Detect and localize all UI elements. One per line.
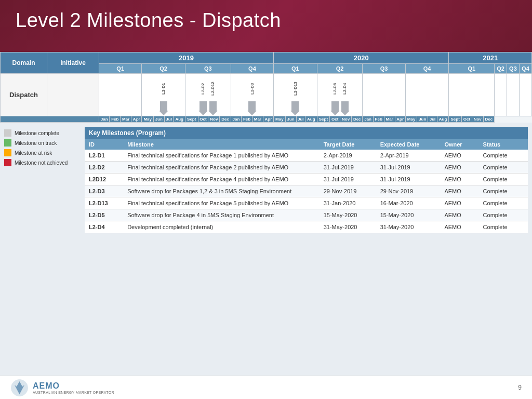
ms-col-expected: Expected Date (376, 139, 441, 150)
ms-row-milestone: Final technical specifications for Packa… (123, 174, 320, 185)
gantt-q4-2021-cell (519, 74, 531, 116)
ms-row-expected: 31-May-2020 (376, 221, 441, 233)
milestone-l2d3-container: L2-D3 (232, 75, 272, 114)
ms-col-status: Status (479, 139, 528, 150)
legend-at-risk-label: Milestone at risk (15, 150, 52, 156)
gantt-q3-2020: Q3 (363, 64, 405, 74)
legend-on-track-label: Milestone on track (15, 140, 57, 146)
milestone-l2d13-label: L2-D13 (293, 77, 298, 100)
ms-row-owner: AEMO (440, 197, 478, 209)
aemo-company-name: AEMO (33, 381, 114, 391)
ms-row-target: 2-Apr-2019 (320, 150, 376, 162)
gantt-q1-2020-cell: L2-D13 (274, 74, 317, 116)
milestone-l2d13: L2-D13 (290, 77, 300, 114)
gantt-q2-2021-cell (495, 74, 507, 116)
page-number: 9 (518, 384, 522, 391)
gantt-q4-2021: Q4 (519, 64, 531, 74)
ms-row-expected: 31-Jul-2019 (376, 174, 441, 185)
page-header: Level 2 Milestones - Dispatch (0, 0, 532, 52)
ms-row-status: Complete (479, 174, 528, 185)
legend-at-risk-icon (4, 149, 11, 156)
milestones-table: Key Milestones (Program) ID Milestone Ta… (85, 127, 528, 233)
ms-col-id: ID (85, 139, 123, 150)
ms-row-id: L2D12 (85, 174, 123, 185)
milestone-l2d13-container: L2-D13 (275, 75, 315, 114)
ms-row-target: 31-May-2020 (320, 221, 376, 233)
ms-row-target: 15-May-2020 (320, 209, 376, 221)
table-row: L2-D4 Development completed (internal) 3… (85, 221, 528, 233)
ms-row-target: 31-Jul-2019 (320, 174, 376, 185)
legend-complete-label: Milestone complete (15, 130, 59, 136)
ms-row-status: Complete (479, 209, 528, 221)
ms-col-owner: Owner (440, 139, 478, 150)
ms-row-expected: 16-Mar-2020 (376, 197, 441, 209)
ms-row-status: Complete (479, 197, 528, 209)
ms-row-target: 29-Nov-2019 (320, 185, 376, 197)
footer: AEMO AUSTRALIAN ENERGY MARKET OPERATOR 9 (0, 376, 532, 399)
gantt-months-row: JanFebMarApr MayJunJulAug SeptOctNovDec … (1, 116, 532, 123)
ms-row-id: L2-D3 (85, 185, 123, 197)
legend-on-track: Milestone on track (4, 139, 79, 147)
table-row: L2-D13 Final technical specifications fo… (85, 197, 528, 209)
ms-row-expected: 2-Apr-2019 (376, 150, 441, 162)
table-row: L2-D3 Software drop for Packages 1,2 & 3… (85, 185, 528, 197)
ms-row-expected: 15-May-2020 (376, 209, 441, 221)
gantt-q4-2020: Q4 (405, 64, 448, 74)
ms-row-status: Complete (479, 150, 528, 162)
ms-col-header-row: ID Milestone Target Date Expected Date O… (85, 139, 528, 150)
milestone-l2d1-label: L2-D1 (161, 77, 166, 100)
ms-section-title: Key Milestones (Program) (85, 127, 528, 139)
table-row: L2-D1 Final technical specifications for… (85, 150, 528, 162)
gantt-q4-2019-cell: L2-D3 (231, 74, 273, 116)
ms-row-id: L2-D4 (85, 221, 123, 233)
gantt-initiative-header: Initiative (47, 52, 99, 74)
table-row: L2D12 Final technical specifications for… (85, 174, 528, 185)
gantt-year-2021: 2021 (449, 52, 532, 64)
gantt-q1-2019: Q1 (99, 64, 142, 74)
legend-complete-icon (4, 129, 11, 137)
table-row: L2-D5 Software drop for Package 4 in 5MS… (85, 209, 528, 221)
ms-row-milestone: Software drop for Packages 1,2 & 3 in 5M… (123, 185, 320, 197)
gantt-q1-2020: Q1 (274, 64, 317, 74)
gantt-q2-2020-cell: L2-D5 L2-D4 (317, 74, 363, 116)
gantt-year-2019: 2019 (99, 52, 274, 64)
gantt-q2-2021: Q2 (495, 64, 507, 74)
ms-row-milestone: Final technical specifications for Packa… (123, 150, 320, 162)
milestone-l2d4-label: L2-D4 (342, 77, 347, 100)
gantt-q2-2019: Q2 (142, 64, 185, 74)
milestone-l2d3: L2-D3 (247, 77, 257, 114)
gantt-q4-2020-cell (405, 74, 448, 116)
gantt-dispatch-row: Dispatch L2-D1 (1, 74, 532, 116)
ms-row-expected: 31-Jul-2019 (376, 162, 441, 174)
legend-at-risk: Milestone at risk (4, 149, 79, 156)
gantt-q3-2019: Q3 (185, 64, 231, 74)
content-area: Milestone complete Milestone on track Mi… (0, 123, 532, 233)
aemo-text-block: AEMO AUSTRALIAN ENERGY MARKET OPERATOR (33, 381, 114, 394)
legend: Milestone complete Milestone on track Mi… (4, 127, 79, 233)
legend-not-achieved-icon (4, 159, 11, 166)
milestone-q3-group: L2-D2 L2-D12 (198, 75, 218, 114)
gantt-domain-cell: Dispatch (1, 74, 47, 116)
legend-on-track-icon (4, 139, 11, 147)
ms-section-header-row: Key Milestones (Program) (85, 127, 528, 139)
aemo-subtext: AUSTRALIAN ENERGY MARKET OPERATOR (33, 391, 114, 394)
gantt-initiative-cell (47, 74, 99, 116)
gantt-q1-2019-cell (99, 74, 142, 116)
milestones-table-container: Key Milestones (Program) ID Milestone Ta… (85, 127, 528, 233)
gantt-table: Domain Initiative 2019 2020 2021 Q1 Q2 Q… (0, 52, 532, 123)
ms-row-owner: AEMO (440, 209, 478, 221)
gantt-q3-2020-cell (363, 74, 405, 116)
ms-row-owner: AEMO (440, 150, 478, 162)
gantt-year-2020: 2020 (274, 52, 449, 64)
legend-complete: Milestone complete (4, 129, 79, 137)
page-title: Level 2 Milestones - Dispatch (16, 9, 516, 32)
aemo-logo: AEMO AUSTRALIAN ENERGY MARKET OPERATOR (10, 379, 114, 397)
milestone-l2d2: L2-D2 (198, 77, 208, 114)
gantt-q2-2019-cell: L2-D1 (142, 74, 185, 116)
gantt-domain-header: Domain (1, 52, 47, 74)
ms-row-status: Complete (479, 185, 528, 197)
gantt-q2-2020: Q2 (317, 64, 363, 74)
milestone-l2d4: L2-D4 (340, 77, 350, 114)
milestone-q2-2020-container: L2-D5 L2-D4 (318, 75, 362, 114)
ms-col-milestone: Milestone (123, 139, 320, 150)
